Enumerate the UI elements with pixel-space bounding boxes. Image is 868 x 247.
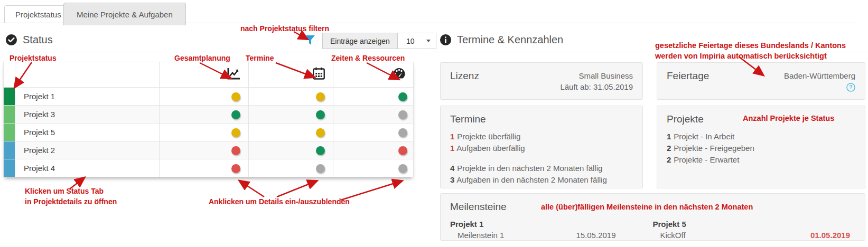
status-dot[interactable] [316, 128, 325, 137]
anzahl-projekte-note: Anzahl Projekte je Status [743, 113, 834, 124]
table-row-projekt-3: Projekt 3 [4, 106, 414, 124]
status-dot[interactable] [316, 110, 325, 119]
check-circle-icon [5, 34, 17, 46]
termine-title: Termine [450, 113, 633, 125]
termine-card: Termine 1 Projekte überfällig 1 Aufgaben… [440, 106, 643, 188]
status-panel-divider [0, 52, 417, 52]
termine-overdue-tasks: 1 Aufgaben überfällig [450, 142, 633, 154]
col-note-projektstatus: Projektstatus [10, 53, 57, 63]
feiertage-card: Feiertage Baden-Württemberg ? [657, 62, 865, 100]
milestone-date: 15.05.2019 [576, 230, 615, 241]
tab-projektstatus[interactable]: Projektstatus [4, 5, 72, 23]
status-dot[interactable] [398, 164, 407, 173]
status-dot[interactable] [316, 146, 325, 155]
termine-header [249, 62, 333, 88]
projekte-in-arbeit: 1 Projekt - In Arbeit [667, 131, 855, 142]
gauge-icon [393, 73, 406, 82]
chart-line-icon [227, 73, 241, 82]
feiertage-values: Baden-Württemberg ? [784, 70, 855, 94]
calendar-icon [312, 73, 325, 82]
table-row-projekt-2: Projekt 2 [4, 141, 414, 159]
col-note-termine: Termine [246, 53, 274, 63]
projekte-erwartet: 2 Projekte - Erwartet [667, 154, 855, 166]
zeiten-ressourcen-header [333, 62, 414, 88]
lizenz-type: Small Business [560, 70, 633, 81]
kennzahlen-panel-title: Termine & Kennzahlen [457, 34, 563, 46]
milestone-entry: Projekt 5 KickOff 01.05.2019 [653, 218, 856, 241]
filter-icon[interactable] [305, 35, 315, 49]
svg-text:?: ? [849, 84, 852, 90]
status-panel-title: Status [23, 34, 53, 46]
tab-meine-projekte-aufgaben[interactable]: Meine Projekte & Aufgaben [63, 3, 186, 25]
table-row-projekt-5: Projekt 5 [4, 124, 414, 141]
status-dot[interactable] [231, 146, 240, 155]
milestone-entry: Projekt 1 Meilenstein 1 15.05.2019 [450, 218, 653, 241]
status-dot[interactable] [231, 110, 240, 119]
filter-note: nach Projektstatus filtern [240, 23, 329, 34]
dropdown-caret-icon [426, 40, 431, 42]
project-name[interactable]: Projekt 3 [15, 106, 159, 124]
meilensteine-card: Meilensteine alle (über)fälligen Meilens… [440, 193, 865, 241]
project-name[interactable]: Projekt 5 [15, 124, 159, 141]
milestone-project: Projekt 5 [653, 218, 851, 230]
milestone-name: Meilenstein 1 [450, 230, 504, 241]
lizenz-expiry: Läuft ab: 31.05.2019 [560, 81, 633, 92]
meilensteine-note: alle (über)fälligen Meilensteine in den … [541, 202, 753, 212]
status-strip-header [4, 62, 15, 88]
entries-value: 10 [406, 37, 415, 45]
table-row-projekt-1: Projekt 1 [4, 88, 414, 106]
info-circle-icon [440, 34, 452, 46]
status-dot[interactable] [398, 128, 407, 137]
kennzahlen-panel-header: Termine & Kennzahlen [440, 34, 563, 46]
status-strip[interactable] [4, 159, 15, 177]
status-strip[interactable] [4, 124, 15, 141]
question-circle-icon[interactable]: ? [846, 83, 855, 92]
status-dot[interactable] [231, 92, 240, 101]
anklicken-note: Anklicken um Details ein-/auszublenden [209, 196, 350, 207]
project-name-header [15, 62, 159, 88]
entries-select[interactable]: 10 [397, 33, 436, 49]
gesamtplanung-header [159, 62, 249, 88]
projekte-card: Projekte Anzahl Projekte je Status 1 Pro… [657, 106, 865, 188]
klicken-note: Klicken um Status Tab in Projektdetails … [25, 186, 117, 207]
status-dot[interactable] [316, 164, 325, 173]
entries-control: Einträge anzeigen 10 [322, 33, 436, 49]
status-dot[interactable] [398, 92, 407, 101]
milestone-project: Projekt 1 [450, 218, 616, 230]
project-name[interactable]: Projekt 4 [15, 159, 159, 177]
status-dot[interactable] [231, 128, 240, 137]
status-dot[interactable] [398, 110, 407, 119]
lizenz-values: Small Business Läuft ab: 31.05.2019 [560, 70, 633, 92]
status-dot[interactable] [316, 92, 325, 101]
status-dot[interactable] [231, 164, 240, 173]
table-header-row [4, 62, 414, 88]
projekte-freigegeben: 2 Projekte - Freigegeben [667, 142, 855, 154]
termine-upcoming-projects: 4 Projekte in den nächsten 2 Monaten fäl… [450, 163, 633, 174]
project-status-table: Projekt 1 Projekt 3 Projekt 5 Projekt 2 … [3, 62, 414, 177]
entries-label: Einträge anzeigen [322, 33, 397, 49]
status-strip[interactable] [4, 106, 15, 124]
milestone-name: KickOff [653, 230, 686, 241]
termine-upcoming-tasks: 3 Aufgaben in den nächsten 2 Monaten fäl… [450, 174, 633, 186]
col-note-zeiten: Zeiten & Ressourcen [331, 53, 405, 63]
status-dot[interactable] [398, 146, 407, 155]
milestone-date: 01.05.2019 [810, 230, 850, 241]
status-strip[interactable] [4, 88, 15, 106]
project-name[interactable]: Projekt 2 [15, 141, 159, 159]
project-name[interactable]: Projekt 1 [15, 88, 159, 106]
feiertage-region: Baden-Württemberg [784, 70, 855, 81]
col-note-gesamtplanung: Gesamtplanung [174, 53, 230, 63]
feiertage-note: gesetzliche Feiertage dieses Bundeslands… [655, 40, 846, 61]
termine-overdue-projects: 1 Projekte überfällig [450, 131, 633, 142]
table-row-projekt-4: Projekt 4 [4, 159, 414, 177]
status-strip[interactable] [4, 141, 15, 159]
status-panel-header: Status [5, 34, 53, 46]
lizenz-card: Lizenz Small Business Läuft ab: 31.05.20… [440, 62, 643, 100]
